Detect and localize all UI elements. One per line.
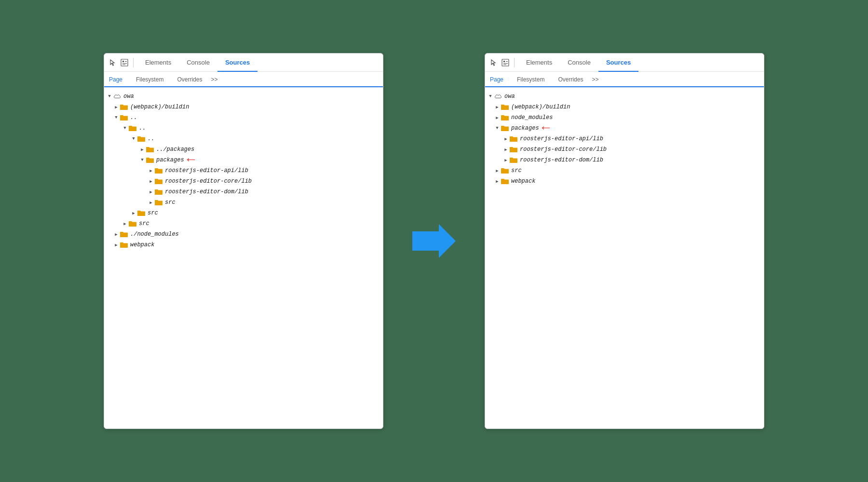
red-arrow-left: ← — [187, 153, 195, 167]
tree-item-src-inner-left[interactable]: src — [104, 197, 383, 208]
tree-item-dd3-left[interactable]: .. — [104, 134, 383, 144]
expand-api-left[interactable] — [148, 168, 154, 174]
expand-src-mid-left[interactable] — [130, 211, 137, 216]
folder-api-left — [154, 167, 163, 174]
expand-dd3-left[interactable] — [130, 136, 137, 141]
left-toolbar: Elements Console Sources — [104, 54, 383, 72]
svg-rect-7 — [503, 61, 505, 62]
dd1-label-left: .. — [130, 114, 137, 121]
expand-webpack-left[interactable] — [113, 105, 120, 110]
dom-label-right: roosterjs-editor-dom/lib — [520, 157, 603, 163]
expand-owa-left[interactable] — [106, 94, 113, 99]
sub-tab-overrides-left[interactable]: Overrides — [170, 73, 209, 87]
right-toolbar: Elements Console Sources — [485, 54, 764, 72]
tab-console-right[interactable]: Console — [560, 54, 598, 72]
expand-core-left[interactable] — [148, 179, 154, 184]
cursor-icon[interactable] — [108, 58, 118, 67]
dom-label-left: roosterjs-editor-dom/lib — [165, 188, 248, 195]
tree-item-dd1-left[interactable]: .. — [104, 112, 383, 123]
sub-tab-filesystem-left[interactable]: Filesystem — [129, 73, 170, 87]
tree-item-src-mid-left[interactable]: src — [104, 208, 383, 218]
tree-item-dd2-left[interactable]: .. — [104, 123, 383, 134]
sub-tab-more-right[interactable]: >> — [590, 73, 600, 87]
inspect-icon-right[interactable] — [501, 58, 510, 67]
left-devtools-panel: Elements Console Sources Page Filesystem… — [104, 53, 383, 429]
folder-src-inner-left — [154, 199, 163, 206]
tab-elements-right[interactable]: Elements — [518, 54, 560, 72]
expand-dom-right[interactable] — [502, 158, 509, 163]
expand-nodemodules-left[interactable] — [113, 232, 120, 237]
tree-item-packages-right[interactable]: packages ← — [485, 123, 764, 134]
sub-tab-filesystem-right[interactable]: Filesystem — [510, 73, 551, 87]
tree-item-src-outer-left[interactable]: src — [104, 218, 383, 229]
sub-tab-page-left[interactable]: Page — [108, 73, 129, 87]
red-arrow-right: ← — [542, 121, 550, 135]
tree-item-core-right[interactable]: roosterjs-editor-core/lib — [485, 144, 764, 155]
cloud-icon-left — [113, 93, 122, 100]
tree-item-webpack2-right[interactable]: webpack — [485, 176, 764, 187]
blue-arrow-svg — [412, 224, 456, 258]
expand-dotpackages-left[interactable] — [139, 147, 146, 152]
tree-item-owa-left[interactable]: owa — [104, 91, 383, 102]
svg-rect-0 — [121, 59, 128, 66]
folder-src-mid-left — [137, 210, 146, 216]
tree-item-api-left[interactable]: roosterjs-editor-api/lib — [104, 165, 383, 176]
sub-tab-overrides-right[interactable]: Overrides — [551, 73, 590, 87]
sub-tab-page-right[interactable]: Page — [489, 73, 510, 87]
core-label-left: roosterjs-editor-core/lib — [165, 178, 252, 185]
expand-webpack2-left[interactable] — [113, 242, 120, 248]
folder-core-right — [509, 146, 518, 153]
tree-item-webpack-right[interactable]: (webpack)/buildin — [485, 102, 764, 112]
tree-item-nodemodules-left[interactable]: ./node_modules — [104, 229, 383, 240]
folder-dd2-left — [128, 125, 137, 132]
expand-webpack2-right[interactable] — [494, 179, 501, 184]
tree-item-core-left[interactable]: roosterjs-editor-core/lib — [104, 176, 383, 187]
expand-dd2-left[interactable] — [122, 126, 128, 131]
api-label-right: roosterjs-editor-api/lib — [520, 135, 603, 142]
folder-dom-left — [154, 188, 163, 195]
right-file-tree: owa (webpack)/buildin node_modules — [485, 87, 764, 428]
expand-owa-right[interactable] — [487, 94, 494, 99]
folder-webpack2-right — [501, 178, 509, 185]
tree-item-webpack2-left[interactable]: webpack — [104, 240, 383, 250]
expand-nodemodules-right[interactable] — [494, 115, 501, 120]
tree-item-dom-right[interactable]: roosterjs-editor-dom/lib — [485, 155, 764, 165]
tree-item-nodemodules-right[interactable]: node_modules — [485, 112, 764, 123]
tab-console-left[interactable]: Console — [179, 54, 217, 72]
svg-rect-6 — [502, 59, 509, 66]
src-outer-label-left: src — [139, 220, 149, 227]
tab-elements-left[interactable]: Elements — [137, 54, 179, 72]
tree-item-src-right[interactable]: src — [485, 165, 764, 176]
expand-packages-right[interactable] — [494, 126, 501, 131]
inspect-icon[interactable] — [120, 58, 129, 67]
tree-item-webpack-left[interactable]: (webpack)/buildin — [104, 102, 383, 112]
expand-dd1-left[interactable] — [113, 115, 120, 120]
expand-dom-left[interactable] — [148, 189, 154, 195]
tree-item-dotpackages-left[interactable]: ../packages — [104, 144, 383, 155]
tree-item-packages-left[interactable]: packages ← — [104, 155, 383, 165]
tree-item-api-right[interactable]: roosterjs-editor-api/lib — [485, 134, 764, 144]
folder-webpack-left — [120, 104, 128, 110]
tab-sources-left[interactable]: Sources — [217, 54, 258, 72]
webpack-label-left: (webpack)/buildin — [130, 104, 189, 110]
src-inner-label-left: src — [165, 199, 176, 206]
right-toolbar-tabs: Elements Console Sources — [518, 54, 760, 71]
owa-label-left: owa — [123, 93, 134, 100]
folder-packages-left — [146, 157, 154, 163]
folder-dotpackages-left — [146, 146, 154, 153]
left-file-tree: owa (webpack)/buildin .. — [104, 87, 383, 428]
toolbar-separator — [133, 58, 134, 67]
tree-item-owa-right[interactable]: owa — [485, 91, 764, 102]
expand-src-right[interactable] — [494, 168, 501, 174]
tree-item-dom-left[interactable]: roosterjs-editor-dom/lib — [104, 187, 383, 197]
expand-src-outer-left[interactable] — [122, 221, 128, 227]
expand-src-inner-left[interactable] — [148, 200, 154, 205]
sub-tab-more-left[interactable]: >> — [209, 73, 219, 87]
expand-core-right[interactable] — [502, 147, 509, 152]
cursor-icon-right[interactable] — [489, 58, 499, 67]
webpack2-label-left: webpack — [130, 241, 154, 248]
expand-packages-left[interactable] — [139, 158, 146, 162]
tab-sources-right[interactable]: Sources — [598, 54, 638, 72]
expand-webpack-right[interactable] — [494, 105, 501, 110]
expand-api-right[interactable] — [502, 136, 509, 142]
